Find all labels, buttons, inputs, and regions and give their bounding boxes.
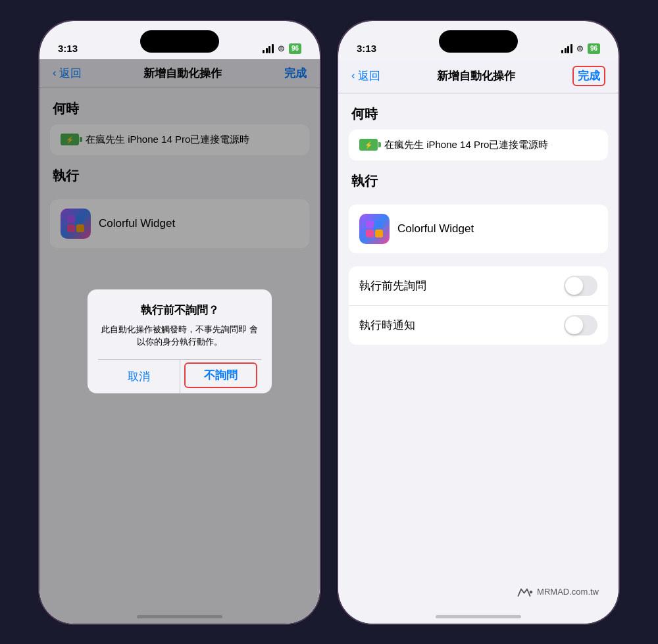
notify-toggle[interactable] xyxy=(564,315,597,335)
dialog-cancel-button[interactable]: 取消 xyxy=(98,360,180,393)
right-options-card: 執行前先詢問 執行時通知 xyxy=(349,266,608,345)
right-status-icons: ⊜ 96 xyxy=(561,43,600,54)
right-phone: 3:13 ⊜ 96 ‹ 返回 xyxy=(337,20,620,625)
right-when-text: 在瘋先生 iPhone 14 Pro已連接電源時 xyxy=(384,139,548,151)
left-phone: 3:13 ⊜ 96 ‹ 返 xyxy=(38,20,321,625)
right-nav-bar: ‹ 返回 新增自動化操作 完成 xyxy=(338,59,619,93)
dialog-title: 執行前不詢問？ xyxy=(98,303,261,318)
svg-rect-6 xyxy=(366,230,374,237)
watermark-text: MRMAD.com.tw xyxy=(537,587,599,597)
dialog-confirm-button[interactable]: 不詢問 xyxy=(184,362,258,388)
dialog-confirm-wrapper: 不詢問 xyxy=(180,360,262,393)
option2-label: 執行時通知 xyxy=(359,318,415,333)
dialog-message: 此自動化操作被觸發時，不事先詢問即 會以你的身分執行動作。 xyxy=(98,323,261,349)
right-colorful-widget-icon xyxy=(359,214,390,244)
wifi-icon: ⊜ xyxy=(278,43,285,53)
option1-label: 執行前先詢問 xyxy=(359,278,426,293)
signal-icon xyxy=(263,44,274,53)
right-battery-icon: 96 xyxy=(588,43,600,54)
right-nav-title: 新增自動化操作 xyxy=(437,68,515,84)
dialog-buttons: 取消 不詢問 xyxy=(98,359,261,393)
right-time: 3:13 xyxy=(357,43,376,54)
option-row-notify: 執行時通知 xyxy=(349,306,608,345)
right-back-button[interactable]: ‹ 返回 xyxy=(351,68,380,84)
dynamic-island-left xyxy=(140,30,219,53)
right-home-indicator xyxy=(436,615,521,618)
right-signal-icon xyxy=(561,44,572,53)
right-when-card: ⚡ 在瘋先生 iPhone 14 Pro已連接電源時 xyxy=(349,130,608,161)
left-screen: 3:13 ⊜ 96 ‹ 返 xyxy=(39,21,320,624)
mrmad-logo-icon xyxy=(517,587,533,597)
right-lightning-icon: ⚡ xyxy=(365,141,372,149)
right-when-label: 何時 xyxy=(338,93,619,130)
dynamic-island-right xyxy=(439,30,518,53)
right-screen-content: ‹ 返回 新增自動化操作 完成 何時 ⚡ 在瘋先生 iPhone 14 Pro已… xyxy=(338,59,619,624)
right-app-name: Colorful Widget xyxy=(397,222,474,235)
left-status-icons: ⊜ 96 xyxy=(263,43,301,54)
left-time: 3:13 xyxy=(58,43,78,54)
right-execute-label: 執行 xyxy=(338,161,619,197)
ask-toggle[interactable] xyxy=(564,276,597,296)
watermark: MRMAD.com.tw xyxy=(517,587,599,597)
right-execute-card: Colorful Widget xyxy=(349,205,608,253)
right-screen: 3:13 ⊜ 96 ‹ 返回 xyxy=(338,21,619,624)
right-chevron-left-icon: ‹ xyxy=(351,69,355,82)
dialog-overlay: 執行前不詢問？ 此自動化操作被觸發時，不事先詢問即 會以你的身分執行動作。 取消… xyxy=(39,59,320,624)
svg-rect-4 xyxy=(366,220,374,228)
right-done-button[interactable]: 完成 xyxy=(572,66,605,86)
dialog-box: 執行前不詢問？ 此自動化操作被觸發時，不事先詢問即 會以你的身分執行動作。 取消… xyxy=(88,289,272,393)
phone-pair: 3:13 ⊜ 96 ‹ 返 xyxy=(38,20,620,625)
right-wifi-icon: ⊜ xyxy=(576,43,584,53)
right-charge-icon: ⚡ xyxy=(359,139,378,151)
svg-point-8 xyxy=(530,590,533,593)
svg-rect-7 xyxy=(375,230,383,237)
option-row-ask: 執行前先詢問 xyxy=(349,266,608,306)
right-app-info: Colorful Widget xyxy=(397,222,474,235)
svg-rect-5 xyxy=(375,220,383,228)
battery-icon: 96 xyxy=(289,43,301,54)
